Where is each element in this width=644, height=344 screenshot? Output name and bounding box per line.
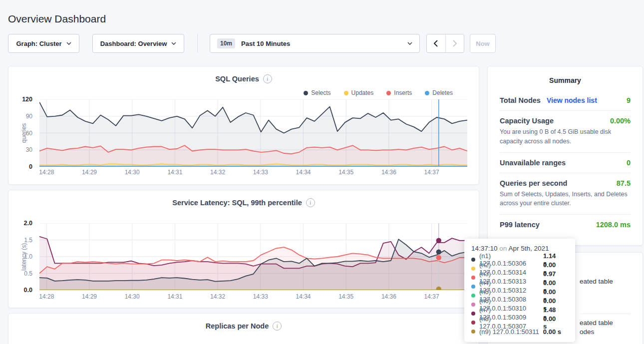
x-axis-tick: 14:32 xyxy=(210,293,225,300)
service-latency-chart[interactable] xyxy=(39,223,467,290)
tooltip-node-value: 0.00 s xyxy=(543,328,568,336)
toolbar-divider xyxy=(197,34,198,53)
sql-queries-legend: SelectsUpdatesInsertsDeletes xyxy=(304,89,453,96)
series-dot-icon xyxy=(471,294,475,298)
unavailable-ranges-label: Unavailable ranges xyxy=(500,159,566,167)
y-axis-tick: 90 xyxy=(26,113,32,120)
series-dot-icon xyxy=(471,303,475,307)
time-range-badge: 10m xyxy=(217,38,235,48)
time-next-button[interactable] xyxy=(445,34,464,52)
legend-dot-icon xyxy=(304,91,308,95)
chevron-down-icon xyxy=(407,42,412,45)
info-icon[interactable]: i xyxy=(306,198,315,207)
graph-dropdown-label: Graph: Cluster xyxy=(16,40,61,47)
series-dot-icon xyxy=(471,285,475,289)
dashboard-dropdown[interactable]: Dashboard: Overview xyxy=(92,34,184,53)
summary-row-capacity: Capacity Usage 0.00% You are using 0 B o… xyxy=(500,111,631,153)
x-axis-tick: 14:34 xyxy=(296,169,311,176)
capacity-description: You are using 0 B of 4.5 GiB usable disk… xyxy=(500,127,631,146)
events-divider xyxy=(580,314,631,314)
tooltip-node-row: (n8) 127.0.0.1:503070.00 s xyxy=(471,318,568,327)
legend-dot-icon xyxy=(425,91,429,95)
qps-label: Queries per second xyxy=(500,179,567,187)
summary-row-p99: P99 latency 1208.0 ms xyxy=(500,215,631,235)
x-axis-tick: 14:36 xyxy=(381,293,396,300)
y-axis-tick: 1.5 xyxy=(24,237,32,244)
sql-queries-title-row: SQL Queries i xyxy=(8,74,479,83)
series-dot-icon xyxy=(471,312,475,316)
sql-queries-chart[interactable] xyxy=(39,99,467,167)
chevron-down-icon xyxy=(171,42,176,45)
legend-label: Inserts xyxy=(394,89,412,96)
sql-queries-panel: SQL Queries i SelectsUpdatesInsertsDelet… xyxy=(8,66,479,185)
qps-description: Sum of Selects, Updates, Inserts, and De… xyxy=(500,190,631,209)
x-axis-tick: 14:35 xyxy=(338,169,353,176)
legend-label: Selects xyxy=(311,89,330,96)
chart-title: Replicas per Node xyxy=(206,322,269,330)
x-axis-tick: 14:30 xyxy=(125,293,140,300)
tooltip-time: 14:37:10 xyxy=(471,245,498,252)
x-axis-tick: 14:30 xyxy=(125,169,140,176)
series-dot-icon xyxy=(471,267,475,271)
legend-label: Deletes xyxy=(432,89,453,96)
chart-title: SQL Queries xyxy=(215,75,259,83)
replicas-per-node-panel: Replicas per Node i xyxy=(8,313,479,344)
chart-hover-tooltip: 14:37:10 on Apr 5th, 2021 (n1) 127.0.0.1… xyxy=(464,239,575,342)
x-axis-tick: 14:32 xyxy=(210,169,225,176)
now-button[interactable]: Now xyxy=(470,34,496,53)
x-axis-tick: 14:31 xyxy=(167,293,182,300)
y-axis-tick: 0 xyxy=(29,163,32,170)
page-title: Overview Dashboard xyxy=(8,13,106,25)
qps-value: 87.5 xyxy=(617,179,631,187)
x-axis-tick: 14:37 xyxy=(424,169,439,176)
y-axis-ticks: 0306090120 xyxy=(8,99,36,167)
summary-row-total-nodes: Total Nodes View nodes list 9 xyxy=(500,90,631,111)
chart-title: Service Latency: SQL, 99th percentile xyxy=(172,199,302,207)
tooltip-timestamp: 14:37:10 on Apr 5th, 2021 xyxy=(471,245,568,252)
x-axis-tick: 14:33 xyxy=(253,293,268,300)
summary-row-qps: Queries per second 87.5 Sum of Selects, … xyxy=(500,173,631,215)
event-text-fragment: eated table xyxy=(580,319,613,327)
capacity-value: 0.00% xyxy=(610,117,631,125)
legend-label: Updates xyxy=(351,89,374,96)
legend-dot-icon xyxy=(386,91,391,95)
time-prev-button[interactable] xyxy=(427,34,445,52)
y-axis-tick: 0.5 xyxy=(24,270,32,277)
replicas-title-row: Replicas per Node i xyxy=(8,322,479,331)
chevron-left-icon xyxy=(434,40,438,47)
info-icon[interactable]: i xyxy=(273,322,282,331)
x-axis-tick: 14:35 xyxy=(338,293,353,300)
service-latency-panel: Service Latency: SQL, 99th percentile i … xyxy=(8,190,479,308)
tooltip-node-row: (n9) 127.0.0.1:503110.00 s xyxy=(471,327,568,336)
legend-dot-icon xyxy=(344,91,348,95)
x-axis-ticks: 14:2814:2914:3014:3114:3214:3314:3414:35… xyxy=(39,169,467,177)
x-axis-ticks: 14:2814:2914:3014:3114:3214:3314:3414:35… xyxy=(39,293,467,301)
graph-dropdown[interactable]: Graph: Cluster xyxy=(8,34,79,53)
info-icon[interactable]: i xyxy=(263,74,272,83)
time-range-dropdown[interactable]: 10m Past 10 Minutes xyxy=(210,34,420,53)
series-dot-icon xyxy=(471,258,475,262)
y-axis-tick: 120 xyxy=(22,96,32,103)
y-axis-ticks: 0.00.51.01.52.0 xyxy=(8,223,36,291)
capacity-label: Capacity Usage xyxy=(500,117,554,125)
legend-item-updates[interactable]: Updates xyxy=(344,89,374,96)
event-text-fragment: eated table xyxy=(580,278,613,285)
x-axis-tick: 14:28 xyxy=(39,169,54,176)
summary-row-unavailable: Unavailable ranges 0 xyxy=(500,153,631,173)
event-text-fragment: odes xyxy=(580,328,594,336)
x-axis-tick: 14:34 xyxy=(296,293,311,300)
tooltip-rows: (n1) 127.0.0.1:503061.14 s(n2) 127.0.0.1… xyxy=(471,255,568,336)
tooltip-date: Apr 5th, 2021 xyxy=(508,245,549,252)
y-axis-tick: 2.0 xyxy=(24,220,32,227)
x-axis-tick: 14:36 xyxy=(381,169,396,176)
summary-panel: Summary Total Nodes View nodes list 9 Ca… xyxy=(487,66,643,246)
legend-item-deletes[interactable]: Deletes xyxy=(425,89,453,96)
x-axis-tick: 14:33 xyxy=(253,169,268,176)
legend-item-inserts[interactable]: Inserts xyxy=(386,89,412,96)
chevron-down-icon xyxy=(66,42,71,45)
p99-latency-value: 1208.0 ms xyxy=(596,221,631,229)
view-nodes-list-link[interactable]: View nodes list xyxy=(547,96,597,104)
x-axis-tick: 14:37 xyxy=(424,293,439,300)
unavailable-ranges-value: 0 xyxy=(627,159,631,167)
legend-item-selects[interactable]: Selects xyxy=(304,89,330,96)
